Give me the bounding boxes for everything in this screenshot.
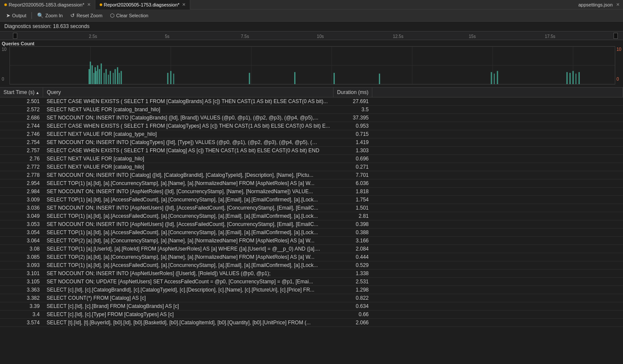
close-icon-appsettings[interactable]: ✕ — [616, 2, 620, 7]
output-icon: ➤ — [6, 13, 10, 19]
svg-rect-26 — [119, 73, 120, 84]
chart-area[interactable] — [9, 46, 615, 85]
cell-duration: 0.398 — [334, 220, 372, 229]
reset-zoom-label: Reset Zoom — [76, 13, 102, 18]
ruler-tick-15: 15s — [469, 34, 476, 39]
cell-start-time: 2.744 — [0, 122, 43, 130]
ruler-tick-5: 5s — [165, 34, 170, 39]
table-row[interactable]: 3.363SELECT [c].[Id], [c].[CatalogBrandI… — [0, 286, 623, 294]
table-row[interactable]: 3.39SELECT [c].[Id], [c].[Brand] FROM [C… — [0, 302, 623, 311]
zoom-in-button[interactable]: 🔍 Zoom In — [34, 11, 66, 20]
cell-duration: 1.754 — [334, 196, 372, 204]
clear-selection-label: Clear Selection — [116, 13, 148, 18]
cell-extra — [372, 122, 623, 130]
cell-duration: 0.271 — [334, 163, 372, 171]
svg-rect-35 — [491, 72, 492, 84]
svg-rect-37 — [497, 71, 498, 84]
cell-extra — [372, 114, 623, 122]
cell-query: SELECT COUNT(*) FROM [Catalog] AS [c] — [43, 294, 334, 302]
svg-rect-17 — [99, 69, 100, 84]
table-row[interactable]: 2.757SELECT CASE WHEN EXISTS ( SELECT 1 … — [0, 147, 623, 155]
svg-rect-32 — [294, 72, 296, 84]
table-row[interactable]: 2.686SET NOCOUNT ON; INSERT INTO [Catalo… — [0, 114, 623, 122]
clear-selection-button[interactable]: ⬡ Clear Selection — [107, 11, 152, 20]
cell-start-time: 2.572 — [0, 106, 43, 114]
cell-start-time: 2.76 — [0, 155, 43, 163]
tab-report-1853[interactable]: Report20200505-1853.diagsession* ✕ — [0, 0, 95, 9]
svg-rect-11 — [90, 62, 91, 84]
cell-query: SET NOCOUNT ON; UPDATE [AspNetUsers] SET… — [43, 278, 334, 286]
cell-extra — [372, 270, 623, 278]
col-header-duration[interactable]: Duration (ms) — [334, 88, 372, 97]
svg-rect-14 — [94, 67, 96, 84]
table-row[interactable]: 3.054SELECT TOP(1) [a].[Id], [a].[Access… — [0, 229, 623, 237]
table-body: 2.501SELECT CASE WHEN EXISTS ( SELECT 1 … — [0, 97, 623, 327]
chart-container: Queries Count 10 0 10 0 — [0, 40, 623, 88]
reset-zoom-button[interactable]: ↺ Reset Zoom — [67, 11, 106, 20]
cell-extra — [372, 286, 623, 294]
table-row[interactable]: 3.105SET NOCOUNT ON; UPDATE [AspNetUsers… — [0, 278, 623, 286]
table-row[interactable]: 2.754SET NOCOUNT ON; INSERT INTO [Catalo… — [0, 138, 623, 147]
table-row[interactable]: 3.053SET NOCOUNT ON; INSERT INTO [AspNet… — [0, 220, 623, 229]
cell-query: SET NOCOUNT ON; INSERT INTO [AspNetUserR… — [43, 270, 334, 278]
cell-start-time: 2.757 — [0, 147, 43, 155]
clear-selection-icon: ⬡ — [110, 13, 114, 19]
cell-extra — [372, 138, 623, 147]
close-icon-tab2[interactable]: ✕ — [182, 2, 186, 7]
svg-rect-16 — [97, 66, 98, 85]
table-row[interactable]: 2.954SELECT TOP(1) [a].[Id], [a].[Concur… — [0, 179, 623, 188]
cell-start-time: 3.085 — [0, 253, 43, 261]
close-icon-tab1[interactable]: ✕ — [87, 2, 91, 7]
cell-query: SELECT TOP(1) [a].[Id], [a].[AccessFaile… — [43, 261, 334, 270]
cell-extra — [372, 261, 623, 270]
svg-rect-30 — [173, 74, 174, 84]
tab-report-1753[interactable]: Report20200505-1753.diagsession* ✕ — [95, 0, 191, 9]
cell-duration: 0.444 — [334, 253, 372, 261]
cell-start-time: 3.105 — [0, 278, 43, 286]
table-row[interactable]: 2.572SELECT NEXT VALUE FOR [catalog_bran… — [0, 106, 623, 114]
col-header-start-time[interactable]: Start Time (s) — [0, 88, 43, 97]
table-row[interactable]: 2.76SELECT NEXT VALUE FOR [catalog_hilo]… — [0, 155, 623, 163]
table-row[interactable]: 2.984SET NOCOUNT ON; INSERT INTO [AspNet… — [0, 188, 623, 196]
cell-start-time: 3.101 — [0, 270, 43, 278]
table-row[interactable]: 2.778SET NOCOUNT ON; INSERT INTO [Catalo… — [0, 171, 623, 179]
title-bar: Report20200505-1853.diagsession* ✕ Repor… — [0, 0, 623, 9]
table-row[interactable]: 2.501SELECT CASE WHEN EXISTS ( SELECT 1 … — [0, 97, 623, 106]
table-row[interactable]: 3.049SELECT TOP(1) [a].[Id], [a].[Access… — [0, 212, 623, 220]
zoom-in-icon: 🔍 — [37, 13, 44, 19]
cell-query: SELECT TOP(1) [a].[Id], [a].[AccessFaile… — [43, 229, 334, 237]
cell-extra — [372, 155, 623, 163]
table-row[interactable]: 3.08SELECT TOP(1) [a].[UserId], [a].[Rol… — [0, 245, 623, 253]
table-row[interactable]: 3.4SELECT [c].[Id], [c].[Type] FROM [Cat… — [0, 311, 623, 319]
appsettings-tab[interactable]: appsettings.json — [579, 2, 613, 7]
cell-duration: 1.298 — [334, 286, 372, 294]
table-row[interactable]: 2.744SELECT CASE WHEN EXISTS ( SELECT 1 … — [0, 122, 623, 130]
cell-query: SET NOCOUNT ON; INSERT INTO [CatalogBran… — [43, 114, 334, 122]
table-row[interactable]: 3.574SELECT [t].[Id], [t].[BuyerId], [b0… — [0, 319, 623, 327]
table-row[interactable]: 3.085SELECT TOP(2) [a].[Id], [a].[Concur… — [0, 253, 623, 261]
output-button[interactable]: ➤ Output — [3, 11, 30, 20]
table-row[interactable]: 3.093SELECT TOP(1) [a].[Id], [a].[Access… — [0, 261, 623, 270]
table-row[interactable]: 2.746SELECT NEXT VALUE FOR [catalog_type… — [0, 130, 623, 138]
svg-rect-31 — [249, 73, 250, 84]
svg-rect-24 — [115, 69, 116, 84]
cell-query: SELECT TOP(1) [a].[UserId], [a].[RoleId]… — [43, 245, 334, 253]
table-row[interactable]: 3.382SELECT COUNT(*) FROM [Catalog] AS [… — [0, 294, 623, 302]
table-row[interactable]: 3.036SET NOCOUNT ON; INSERT INTO [AspNet… — [0, 204, 623, 212]
table-row[interactable]: 3.009SELECT TOP(1) [a].[Id], [a].[Access… — [0, 196, 623, 204]
table-row[interactable]: 3.064SELECT TOP(2) [a].[Id], [a].[Concur… — [0, 237, 623, 245]
cell-extra — [372, 278, 623, 286]
table-row[interactable]: 3.101SET NOCOUNT ON; INSERT INTO [AspNet… — [0, 270, 623, 278]
cell-extra — [372, 220, 623, 229]
cell-start-time: 3.39 — [0, 302, 43, 311]
col-header-query[interactable]: Query — [43, 88, 334, 97]
table-row[interactable]: 2.772SELECT NEXT VALUE FOR [catalog_hilo… — [0, 163, 623, 171]
svg-rect-13 — [93, 73, 94, 84]
cell-duration: 2.531 — [334, 278, 372, 286]
cell-duration: 0.529 — [334, 261, 372, 270]
data-table-container[interactable]: Start Time (s) Query Duration (ms) 2.501… — [0, 88, 623, 364]
cell-query: SELECT TOP(2) [a].[Id], [a].[Concurrency… — [43, 253, 334, 261]
timeline-ruler[interactable]: 2.5s 5s 7.5s 10s 12.5s 15s 17.5s — [0, 31, 623, 40]
svg-rect-10 — [88, 69, 90, 84]
cell-start-time: 2.746 — [0, 130, 43, 138]
